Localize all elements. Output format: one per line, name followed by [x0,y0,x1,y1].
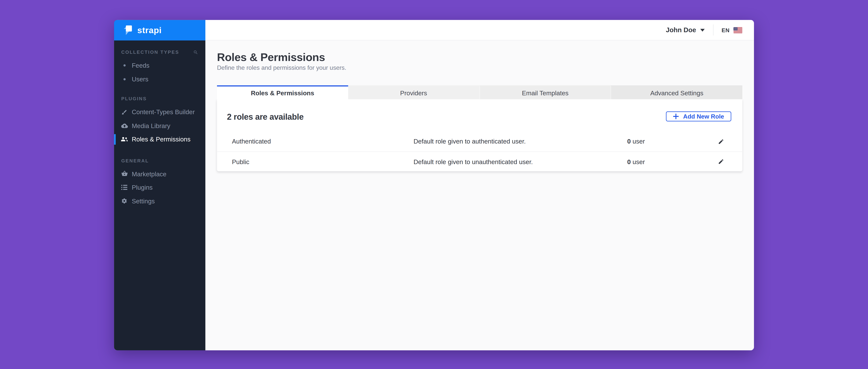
page-subtitle: Define the roles and permissions for you… [217,64,742,72]
topbar: John Doe EN [206,20,754,40]
users-icon [121,137,128,142]
role-user-count-label: user [632,138,645,145]
list-icon [121,185,128,190]
sidebar-item-label: Plugins [132,184,153,191]
strapi-logo[interactable]: strapi [114,20,206,40]
page-title: Roles & Permissions [217,51,742,63]
sidebar-item-label: Settings [132,198,155,204]
sidebar: strapi COLLECTION TYPES Feeds [114,20,206,350]
pencil-icon [718,159,724,165]
page-content: Roles & Permissions Define the roles and… [206,40,754,171]
sidebar-item-plugins[interactable]: Plugins [114,181,206,194]
us-flag-icon [734,27,742,33]
roles-count-heading: 2 roles are available [227,112,304,121]
desktop-background: strapi COLLECTION TYPES Feeds [0,0,868,369]
user-menu[interactable]: John Doe [666,26,705,34]
sidebar-item-label: Feeds [132,62,149,69]
role-actions [710,158,732,166]
language-code: EN [722,27,730,33]
chevron-down-icon [700,29,704,31]
section-plugins: PLUGINS Content-Types Builder Media Libr… [114,95,206,146]
roles-panel: 2 roles are available Add New Role Authe… [217,99,742,171]
section-general: GENERAL Marketplace Plugins [114,157,206,208]
edit-role-button[interactable] [717,158,725,166]
sidebar-item-users[interactable]: Users [114,73,206,86]
roles-card: Roles & Permissions Providers Email Temp… [217,85,742,171]
bullet-icon [121,78,128,80]
sidebar-item-roles-permissions[interactable]: Roles & Permissions [114,133,206,146]
sidebar-item-label: Users [132,76,148,83]
cloud-upload-icon [121,123,128,129]
brush-icon [121,109,128,115]
role-user-count-label: user [632,158,645,165]
sidebar-item-feeds[interactable]: Feeds [114,59,206,72]
sidebar-item-settings[interactable]: Settings [114,194,206,208]
role-user-count-value: 0 [627,158,631,165]
sidebar-item-label: Roles & Permissions [132,136,190,143]
sidebar-item-content-types-builder[interactable]: Content-Types Builder [114,105,206,119]
language-switcher[interactable]: EN [722,27,742,33]
strapi-logo-icon [123,25,133,36]
sidebar-item-label: Media Library [132,122,170,129]
role-name: Public [232,158,414,165]
sidebar-item-label: Content-Types Builder [132,109,195,115]
tab-email-templates[interactable]: Email Templates [479,85,611,99]
add-new-role-button[interactable]: Add New Role [666,112,731,121]
sidebar-item-label: Marketplace [132,171,166,177]
sidebar-item-media-library[interactable]: Media Library [114,119,206,133]
sidebar-item-marketplace[interactable]: Marketplace [114,167,206,181]
section-label: PLUGINS [121,96,147,102]
role-description: Default role given to unauthenticated us… [413,158,627,165]
section-label: GENERAL [121,158,149,163]
edit-role-button[interactable] [717,137,725,146]
topbar-divider [713,24,713,35]
basket-icon [121,171,128,177]
role-user-count: 0 user [627,138,710,145]
gear-icon [121,198,128,204]
main-area: John Doe EN [206,20,754,350]
role-description: Default role given to authenticated user… [413,138,627,145]
tab-bar: Roles & Permissions Providers Email Temp… [217,85,742,99]
role-actions [710,137,732,146]
tab-providers[interactable]: Providers [348,85,479,99]
section-header: PLUGINS [114,95,206,102]
role-name: Authenticated [232,138,414,145]
search-icon[interactable] [193,50,198,55]
pencil-icon [718,138,724,144]
add-new-role-label: Add New Role [683,113,724,120]
role-row-authenticated[interactable]: Authenticated Default role given to auth… [217,131,742,151]
brand-name: strapi [137,25,162,35]
app-window: strapi COLLECTION TYPES Feeds [114,20,754,350]
role-user-count-value: 0 [627,138,631,145]
tab-advanced-settings[interactable]: Advanced Settings [611,85,742,99]
section-header: COLLECTION TYPES [114,49,206,55]
roles-panel-header: 2 roles are available Add New Role [217,99,742,132]
user-name: John Doe [666,26,696,34]
section-collection-types: COLLECTION TYPES Feeds Users [114,49,206,86]
role-user-count: 0 user [627,158,710,165]
sidebar-nav: COLLECTION TYPES Feeds Users [114,40,206,208]
tab-roles-permissions[interactable]: Roles & Permissions [217,85,348,99]
role-row-public[interactable]: Public Default role given to unauthentic… [217,151,742,171]
section-label: COLLECTION TYPES [121,49,179,55]
section-header: GENERAL [114,157,206,164]
plus-icon [673,114,679,119]
bullet-icon [121,64,128,67]
